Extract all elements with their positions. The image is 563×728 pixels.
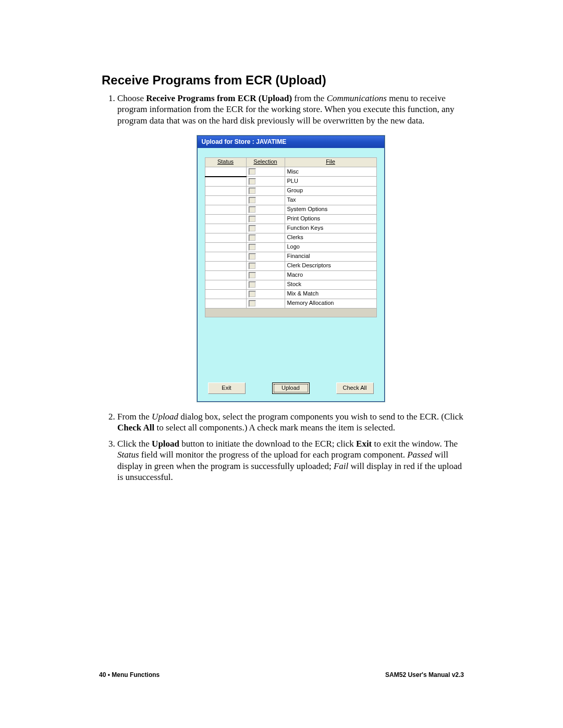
status-cell: [205, 195, 246, 205]
status-cell: [205, 186, 246, 195]
status-cell: [205, 242, 246, 252]
table-row: Print Options: [205, 214, 376, 224]
selection-cell[interactable]: [246, 289, 285, 299]
selection-cell[interactable]: [246, 261, 285, 270]
status-cell: [205, 233, 246, 242]
upload-button[interactable]: Upload: [272, 382, 310, 394]
file-cell: Misc: [285, 167, 376, 177]
selection-cell[interactable]: [246, 270, 285, 280]
table-row: Clerks: [205, 233, 376, 242]
checkbox-icon[interactable]: [249, 216, 256, 223]
step-1: Choose Receive Programs from ECR (Upload…: [117, 93, 464, 402]
status-cell: [205, 224, 246, 233]
selection-cell[interactable]: [246, 280, 285, 289]
status-cell: [205, 252, 246, 261]
table-row: Tax: [205, 195, 376, 205]
checkbox-icon[interactable]: [249, 168, 256, 175]
checkbox-icon[interactable]: [249, 178, 256, 185]
file-cell: Tax: [285, 195, 376, 205]
file-cell: Clerks: [285, 233, 376, 242]
page-heading: Receive Programs from ECR (Upload): [102, 73, 464, 88]
status-cell: [205, 299, 246, 308]
table-row: System Options: [205, 205, 376, 214]
table-row: Logo: [205, 242, 376, 252]
checkbox-icon[interactable]: [249, 197, 256, 204]
checkbox-icon[interactable]: [249, 206, 256, 213]
file-cell: Stock: [285, 280, 376, 289]
selection-cell[interactable]: [246, 186, 285, 195]
file-cell: Mix & Match: [285, 289, 376, 299]
step1-ital: Communications: [327, 93, 387, 103]
table-row: Memory Allocation: [205, 299, 376, 308]
status-cell: [205, 261, 246, 270]
table-row: Mix & Match: [205, 289, 376, 299]
checkbox-icon[interactable]: [249, 188, 256, 194]
checkbox-icon[interactable]: [249, 253, 256, 260]
status-cell: [205, 270, 246, 280]
checkbox-icon[interactable]: [249, 263, 256, 269]
footer-right: SAM52 User's Manual v2.3: [385, 671, 464, 678]
selection-cell[interactable]: [246, 205, 285, 214]
table-row: Clerk Descriptors: [205, 261, 376, 270]
selection-cell[interactable]: [246, 242, 285, 252]
checkbox-icon[interactable]: [249, 300, 256, 307]
step1-pre: Choose: [117, 93, 146, 103]
status-cell: [205, 167, 246, 177]
upload-dialog: Upload for Store : JAVATIME Status Selec…: [197, 135, 385, 402]
table-row: Stock: [205, 280, 376, 289]
checkbox-icon[interactable]: [249, 225, 256, 232]
table-row: PLU: [205, 177, 376, 187]
file-cell: System Options: [285, 205, 376, 214]
file-cell: Print Options: [285, 214, 376, 224]
table-row: Financial: [205, 252, 376, 261]
header-file: File: [285, 157, 376, 167]
selection-cell[interactable]: [246, 233, 285, 242]
status-cell: [205, 177, 246, 187]
status-cell: [205, 205, 246, 214]
checkbox-icon[interactable]: [249, 235, 256, 241]
file-cell: Logo: [285, 242, 376, 252]
header-status: Status: [205, 157, 246, 167]
step1-mid: from the: [292, 93, 327, 103]
table-row: Macro: [205, 270, 376, 280]
step1-bold: Receive Programs from ECR (Upload): [146, 93, 292, 103]
file-cell: Function Keys: [285, 224, 376, 233]
file-cell: PLU: [285, 177, 376, 187]
selection-cell[interactable]: [246, 299, 285, 308]
selection-cell[interactable]: [246, 177, 285, 187]
status-cell: [205, 289, 246, 299]
selection-cell[interactable]: [246, 252, 285, 261]
table-row: Misc: [205, 167, 376, 177]
file-cell: Group: [285, 186, 376, 195]
file-cell: Macro: [285, 270, 376, 280]
status-cell: [205, 280, 246, 289]
selection-cell[interactable]: [246, 214, 285, 224]
checkbox-icon[interactable]: [249, 272, 256, 279]
exit-button[interactable]: Exit: [208, 382, 246, 394]
checkbox-icon[interactable]: [249, 281, 256, 288]
selection-cell[interactable]: [246, 195, 285, 205]
footer-left: 40 • Menu Functions: [99, 671, 160, 678]
upload-grid: Status Selection File MiscPLUGroupTaxSys…: [205, 157, 377, 309]
file-cell: Financial: [285, 252, 376, 261]
status-cell: [205, 214, 246, 224]
grid-footer-strip: [205, 309, 377, 317]
table-row: Function Keys: [205, 224, 376, 233]
checkbox-icon[interactable]: [249, 244, 256, 251]
file-cell: Memory Allocation: [285, 299, 376, 308]
dialog-titlebar: Upload for Store : JAVATIME: [198, 136, 384, 148]
step-3: Click the Upload button to initiate the …: [117, 438, 464, 483]
file-cell: Clerk Descriptors: [285, 261, 376, 270]
check-all-button[interactable]: Check All: [336, 382, 374, 394]
selection-cell[interactable]: [246, 224, 285, 233]
step-2: From the Upload dialog box, select the p…: [117, 411, 464, 434]
header-selection: Selection: [246, 157, 285, 167]
checkbox-icon[interactable]: [249, 291, 256, 298]
selection-cell[interactable]: [246, 167, 285, 177]
table-row: Group: [205, 186, 376, 195]
